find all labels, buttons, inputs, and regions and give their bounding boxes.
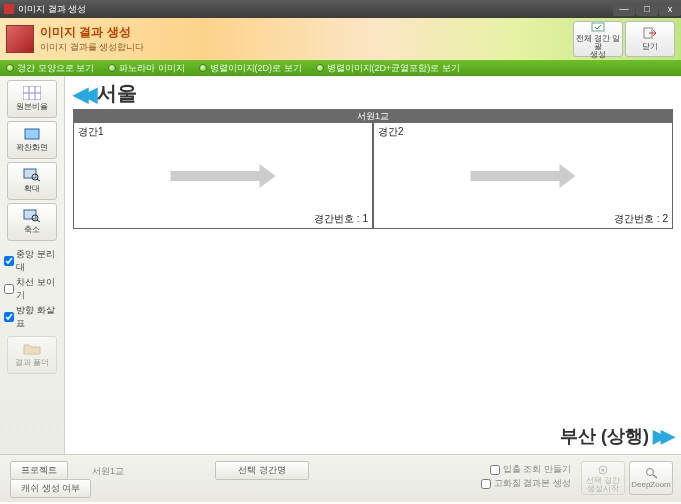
header-title: 이미지 결과 생성 (40, 24, 144, 41)
zoom-out-button[interactable]: 축소 (7, 203, 57, 241)
close-panel-label: 닫기 (642, 41, 658, 52)
minimize-button[interactable]: — (613, 2, 635, 16)
green-toolbar: 경간 모양으로 보기 파노라마 이미지 병렬이미지(2D)로 보기 병렬이미지(… (0, 60, 681, 76)
bottom-direction-label: 부산 (상행) (560, 424, 649, 448)
content-area: ◀◀ 서울 서원1교 경간1 경간번호 : 1 경간2 경간번호 : 2 부산 … (65, 76, 681, 454)
tab-panorama[interactable]: 파노라마 이미지 (108, 62, 185, 75)
direction-footer: 부산 (상행) ▶▶ (560, 424, 669, 448)
gear-icon (595, 464, 611, 476)
span-2-number: 경간번호 : 2 (614, 212, 668, 226)
fullscreen-button[interactable]: 꽉찬화면 (7, 121, 57, 159)
span-1-label: 경간1 (78, 125, 104, 139)
footer-bridge-name: 서원1교 (92, 465, 124, 478)
span-panels: 경간1 경간번호 : 1 경간2 경간번호 : 2 (73, 123, 673, 229)
span-1-number: 경간번호 : 1 (314, 212, 368, 226)
project-tab-button[interactable]: 프로젝트 (10, 461, 68, 480)
dot-icon (316, 64, 324, 72)
check-direction-arrow-input[interactable] (4, 312, 14, 322)
svg-line-16 (653, 475, 657, 478)
sidebar: 원본비율 꽉찬화면 확대 축소 중앙 분리대 차선 보이기 방향 화살표 결과 … (0, 76, 65, 454)
span-panel-2[interactable]: 경간2 경간번호 : 2 (373, 123, 673, 229)
check-lane-show-input[interactable] (4, 284, 14, 294)
span-2-label: 경간2 (378, 125, 404, 139)
close-button[interactable]: x (659, 2, 681, 16)
span-panel-1[interactable]: 경간1 경간번호 : 1 (73, 123, 373, 229)
close-panel-button[interactable]: 닫기 (625, 21, 675, 57)
window-buttons: — □ x (612, 2, 681, 16)
exit-icon (643, 26, 657, 40)
start-generate-button[interactable]: 선택 경간 생성시작 (581, 461, 625, 495)
header-subtitle: 이미지 결과를 생성합니다 (40, 41, 144, 54)
titlebar: 이미지 결과 생성 — □ x (0, 0, 681, 18)
check-highres[interactable]: 고화질 결과본 생성 (481, 477, 571, 490)
svg-rect-6 (25, 129, 39, 139)
tab-parallel-2d-crack[interactable]: 병렬이미지(2D+균열포함)로 보기 (316, 62, 460, 75)
folder-icon (23, 342, 41, 356)
check-io-report-input[interactable] (490, 465, 500, 475)
check-highres-input[interactable] (481, 479, 491, 489)
dot-icon (108, 64, 116, 72)
original-ratio-button[interactable]: 원본비율 (7, 80, 57, 118)
check-center-divider-input[interactable] (4, 256, 14, 266)
svg-line-12 (37, 220, 40, 222)
header-ribbon: 이미지 결과 생성 이미지 결과를 생성합니다 전체 경간 일괄 생성 닫기 (0, 18, 681, 60)
svg-line-9 (37, 179, 40, 181)
selected-span-button[interactable]: 선택 경간명 (215, 461, 309, 480)
window-title: 이미지 결과 생성 (18, 3, 86, 16)
header-cube-icon (6, 25, 34, 53)
batch-generate-label: 전체 경간 일괄 생성 (574, 35, 622, 59)
svg-rect-10 (24, 210, 36, 219)
app-icon (4, 4, 14, 14)
direction-header: ◀◀ 서울 (65, 76, 681, 109)
top-direction-label: 서울 (97, 80, 137, 107)
tab-span-shape[interactable]: 경간 모양으로 보기 (6, 62, 94, 75)
checkbox-group: 중앙 분리대 차선 보이기 방향 화살표 (0, 244, 64, 336)
check-lane-show[interactable]: 차선 보이기 (4, 276, 60, 302)
magnifier-icon (643, 467, 659, 479)
tab-parallel-2d[interactable]: 병렬이미지(2D)로 보기 (199, 62, 302, 75)
svg-point-14 (602, 468, 605, 471)
result-folder-button[interactable]: 결과 폴더 (7, 336, 57, 374)
footer: 프로젝트 캐쉬 생성 여부 서원1교 선택 경간명 입출 조회 만들기 고화질 … (0, 454, 681, 502)
svg-rect-7 (24, 169, 36, 178)
dot-icon (6, 64, 14, 72)
deepzoom-button[interactable]: DeepZoom (629, 461, 673, 495)
check-io-report[interactable]: 입출 조회 만들기 (490, 463, 571, 476)
check-direction-arrow[interactable]: 방향 화살표 (4, 304, 60, 330)
maximize-button[interactable]: □ (636, 2, 658, 16)
zoom-out-icon (23, 209, 41, 223)
svg-rect-0 (592, 23, 604, 31)
batch-generate-button[interactable]: 전체 경간 일괄 생성 (573, 21, 623, 57)
dot-icon (199, 64, 207, 72)
zoom-in-button[interactable]: 확대 (7, 162, 57, 200)
svg-point-15 (647, 469, 654, 476)
batch-icon (591, 20, 605, 34)
arrow-right-icon: ▶▶ (653, 425, 669, 447)
cache-tab-button[interactable]: 캐쉬 생성 여부 (10, 479, 91, 498)
grid-icon (23, 86, 41, 100)
bridge-title-bar: 서원1교 (73, 109, 673, 123)
check-center-divider[interactable]: 중앙 분리대 (4, 248, 60, 274)
fullscreen-icon (23, 127, 41, 141)
zoom-in-icon (23, 168, 41, 182)
arrow-left-icon: ◀◀ (73, 82, 91, 106)
direction-arrow-icon (471, 164, 576, 188)
direction-arrow-icon (171, 164, 276, 188)
